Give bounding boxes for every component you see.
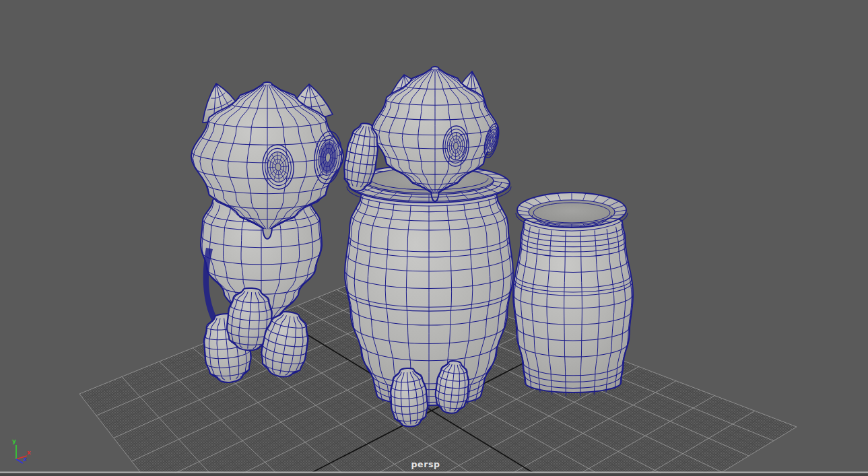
x-axis-label: x <box>27 449 31 456</box>
viewport-bottom-border <box>0 472 868 473</box>
y-axis-label: y <box>12 438 16 444</box>
viewport-canvas[interactable]: persp y x z <box>0 0 868 476</box>
view-axis-gizmo: y x z <box>12 438 31 463</box>
viewport-bottom-shadow <box>0 473 868 476</box>
viewport[interactable]: persp y x z <box>0 0 868 476</box>
z-axis-line <box>16 459 23 463</box>
wireframe-model-jar-right[interactable] <box>513 193 633 396</box>
camera-name-label: persp <box>411 459 440 469</box>
z-axis-label: z <box>23 456 26 463</box>
jar-body <box>513 214 633 396</box>
